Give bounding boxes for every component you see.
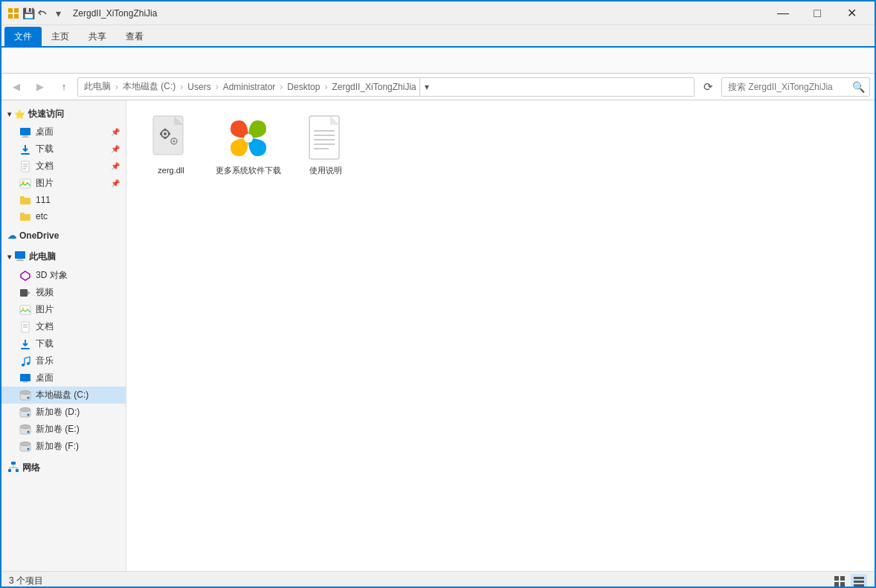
sidebar-item-music[interactable]: 音乐 [1,352,126,369]
search-box: 🔍 [721,77,870,97]
undo-icon [37,7,49,19]
grid-view-button[interactable] [831,574,848,589]
svg-rect-73 [840,582,845,587]
svg-rect-28 [20,374,30,381]
up-button[interactable]: ↑ [54,77,74,97]
minimize-button[interactable]: — [766,1,800,25]
picture-icon [19,178,31,190]
disk-icon [19,390,31,401]
sidebar-item-document-pc[interactable]: 文档 [1,318,126,335]
sidebar-item-etc[interactable]: etc [1,208,126,224]
dropdown-icon[interactable]: ▾ [52,7,64,19]
sidebar-network[interactable]: 网络 [1,458,126,478]
sidebar-item-3d[interactable]: 3D 对象 [1,267,126,284]
sidebar-item-picture-quick[interactable]: 图片 📌 [1,175,126,192]
svg-rect-43 [8,469,11,472]
ribbon-content [1,46,875,73]
svg-rect-18 [20,289,28,297]
close-button[interactable]: ✕ [834,1,869,25]
tab-view[interactable]: 查看 [116,27,153,46]
address-bar: ◀ ▶ ↑ 此电脑 › 本地磁盘 (C:) › Users › Administ… [1,74,875,100]
picture-folder-icon [19,304,31,316]
sidebar-onedrive[interactable]: ☁ OneDrive [1,227,126,244]
svg-rect-0 [8,8,13,13]
sidebar-item-f-drive[interactable]: 新加卷 (F:) [1,438,126,455]
title-bar: 💾 ▾ ZergdII_XiTongZhiJia — □ ✕ [1,1,875,25]
dll-file-icon [147,114,195,162]
tab-file[interactable]: 文件 [4,27,42,46]
svg-rect-20 [20,306,30,314]
refresh-button[interactable]: ⟳ [698,77,718,97]
chevron-icon: ▾ [7,110,11,118]
disk-icon [19,424,31,436]
sidebar-item-e-drive[interactable]: 新加卷 (E:) [1,421,126,438]
search-input[interactable] [728,82,849,92]
pin-icon: 📌 [111,145,120,153]
forward-button[interactable]: ▶ [30,77,51,97]
svg-point-32 [28,396,30,398]
svg-rect-70 [834,576,839,581]
svg-rect-56 [160,133,162,135]
svg-marker-17 [21,271,30,280]
main-layout: ▾ ⭐ 快速访问 桌面 📌 下载 📌 文档 📌 [1,100,875,571]
svg-rect-74 [854,577,864,579]
sidebar-item-d-drive[interactable]: 新加卷 (D:) [1,404,126,421]
svg-point-37 [20,424,30,428]
sidebar-item-c-drive[interactable]: 本地磁盘 (C:) [1,387,126,404]
chevron-icon: ▾ [7,253,11,261]
svg-rect-7 [21,153,30,155]
file-item-dll[interactable]: zerg.dll [134,108,208,182]
tab-home[interactable]: 主页 [42,27,79,46]
tab-share[interactable]: 共享 [79,27,116,46]
maximize-button[interactable]: □ [800,1,834,25]
text-file-icon [302,114,350,162]
list-view-button[interactable] [851,574,867,589]
svg-rect-5 [23,135,28,137]
file-name-link: 更多系统软件下载 [216,165,281,175]
svg-rect-1 [14,8,19,13]
file-item-link[interactable]: 更多系统软件下载 [211,108,286,182]
pc-icon [14,250,26,264]
file-item-text[interactable]: 使用说明 [289,108,363,182]
sidebar-item-document-quick[interactable]: 文档 📌 [1,158,126,175]
window-controls: — □ ✕ [766,1,869,25]
ribbon-tabs: 文件 主页 共享 查看 [1,25,875,46]
svg-point-53 [164,132,167,135]
disk-icon [19,441,31,453]
svg-rect-71 [840,576,845,581]
3d-icon [19,270,31,282]
svg-rect-6 [22,137,29,138]
svg-point-21 [22,307,25,309]
sidebar-section-thispc[interactable]: ▾ 此电脑 [1,247,126,267]
view-controls [831,574,867,589]
svg-marker-19 [28,291,30,295]
sidebar-item-desktop-pc[interactable]: 桌面 [1,369,126,387]
svg-rect-29 [23,381,28,383]
save-icon: 💾 [22,7,34,19]
path-segment: 本地磁盘 (C:) [123,80,175,93]
svg-point-61 [244,134,253,143]
search-icon: 🔍 [852,81,865,93]
sidebar-item-download-pc[interactable]: 下载 [1,335,126,352]
svg-rect-2 [8,14,13,19]
svg-point-31 [20,390,30,394]
download-folder-icon [19,338,31,350]
sidebar-item-picture-pc[interactable]: 图片 [1,301,126,318]
sidebar-item-download-quick[interactable]: 下载 📌 [1,140,126,158]
video-icon [19,287,31,299]
sidebar-item-video[interactable]: 视频 [1,284,126,301]
back-button[interactable]: ◀ [6,77,27,97]
sidebar-item-111[interactable]: 111 [1,192,126,208]
music-icon [19,355,31,367]
svg-rect-16 [16,260,24,261]
address-path[interactable]: 此电脑 › 本地磁盘 (C:) › Users › Administrator … [77,77,695,97]
path-segment: Desktop [287,82,320,92]
folder-icon [19,210,31,222]
address-dropdown[interactable]: ▾ [419,77,434,97]
link-file-icon [225,114,272,162]
sidebar-item-desktop-quick[interactable]: 桌面 📌 [1,123,126,140]
sidebar-section-quick-access[interactable]: ▾ ⭐ 快速访问 [1,105,126,123]
svg-rect-4 [20,128,30,135]
svg-rect-14 [15,251,25,259]
document-icon [19,161,31,172]
